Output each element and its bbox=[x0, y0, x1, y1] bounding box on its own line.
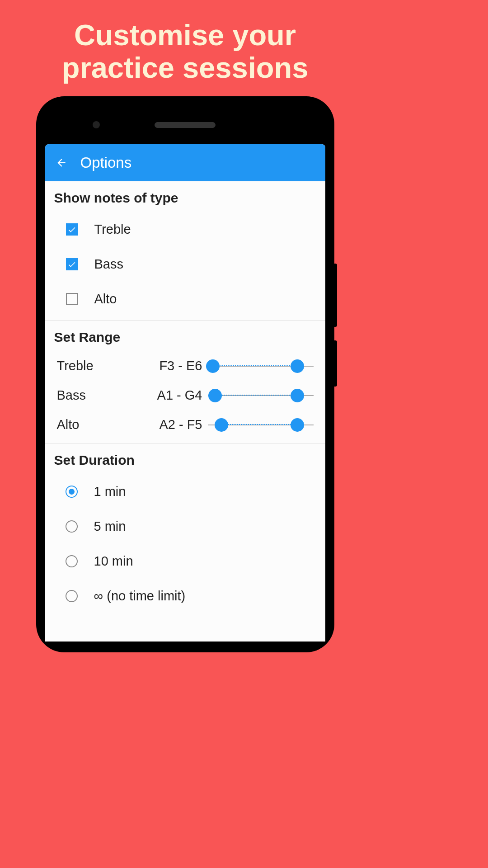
radio-label: 1 min bbox=[94, 484, 126, 499]
radio[interactable] bbox=[66, 590, 78, 602]
range-row: BassA1 - G4 bbox=[45, 381, 325, 410]
slider-fill bbox=[213, 365, 297, 367]
range-row: TrebleF3 - E6 bbox=[45, 351, 325, 381]
slider-thumb-min[interactable] bbox=[208, 389, 222, 402]
phone-side-button bbox=[334, 340, 337, 387]
phone-mockup: Options Show notes of type TrebleBassAlt… bbox=[36, 96, 334, 652]
radio-row[interactable]: 1 min bbox=[45, 474, 325, 509]
range-slider[interactable] bbox=[208, 389, 314, 402]
range-name: Bass bbox=[57, 388, 134, 403]
checkbox-row[interactable]: Treble bbox=[45, 212, 325, 247]
phone-camera-dot bbox=[93, 121, 100, 128]
radio-label: ∞ (no time limit) bbox=[94, 589, 186, 604]
radio-row[interactable]: ∞ (no time limit) bbox=[45, 579, 325, 613]
app-bar: Options bbox=[45, 144, 325, 181]
section-title-notes-type: Show notes of type bbox=[45, 181, 325, 212]
slider-thumb-min[interactable] bbox=[215, 418, 228, 432]
range-slider[interactable] bbox=[208, 418, 314, 432]
checkbox-label: Alto bbox=[94, 292, 117, 307]
phone-side-button bbox=[334, 264, 337, 327]
range-slider[interactable] bbox=[208, 359, 314, 373]
checkbox-label: Bass bbox=[94, 257, 123, 272]
radio-label: 10 min bbox=[94, 554, 133, 569]
slider-thumb-max[interactable] bbox=[291, 389, 304, 402]
range-value: A1 - G4 bbox=[139, 388, 202, 403]
checkbox-row[interactable]: Bass bbox=[45, 247, 325, 282]
radio[interactable] bbox=[66, 520, 78, 533]
phone-speaker bbox=[155, 122, 216, 128]
options-content: Show notes of type TrebleBassAlto Set Ra… bbox=[45, 181, 325, 642]
section-title-range: Set Range bbox=[45, 321, 325, 351]
slider-thumb-max[interactable] bbox=[291, 418, 304, 432]
checkbox[interactable] bbox=[66, 293, 78, 305]
promo-headline: Customise your practice sessions bbox=[0, 0, 370, 96]
check-icon bbox=[67, 225, 76, 234]
check-icon bbox=[67, 260, 76, 269]
checkbox-label: Treble bbox=[94, 222, 131, 237]
app-bar-title: Options bbox=[80, 154, 132, 171]
radio-row[interactable]: 10 min bbox=[45, 544, 325, 579]
range-name: Alto bbox=[57, 417, 134, 432]
range-name: Treble bbox=[57, 359, 134, 373]
app-screen: Options Show notes of type TrebleBassAlt… bbox=[45, 144, 325, 642]
slider-fill bbox=[215, 395, 298, 396]
arrow-left-icon bbox=[56, 157, 67, 169]
checkbox[interactable] bbox=[66, 258, 78, 270]
slider-thumb-min[interactable] bbox=[206, 359, 220, 373]
checkbox[interactable] bbox=[66, 223, 78, 236]
radio[interactable] bbox=[66, 555, 78, 567]
radio-label: 5 min bbox=[94, 519, 126, 534]
checkbox-row[interactable]: Alto bbox=[45, 282, 325, 316]
slider-fill bbox=[221, 424, 297, 425]
phone-top-bezel bbox=[45, 105, 325, 144]
radio-row[interactable]: 5 min bbox=[45, 509, 325, 544]
range-row: AltoA2 - F5 bbox=[45, 410, 325, 439]
slider-thumb-max[interactable] bbox=[291, 359, 304, 373]
range-value: A2 - F5 bbox=[139, 417, 202, 432]
section-title-duration: Set Duration bbox=[45, 443, 325, 474]
range-value: F3 - E6 bbox=[139, 359, 202, 373]
back-button[interactable] bbox=[55, 156, 68, 169]
radio[interactable] bbox=[66, 486, 78, 498]
